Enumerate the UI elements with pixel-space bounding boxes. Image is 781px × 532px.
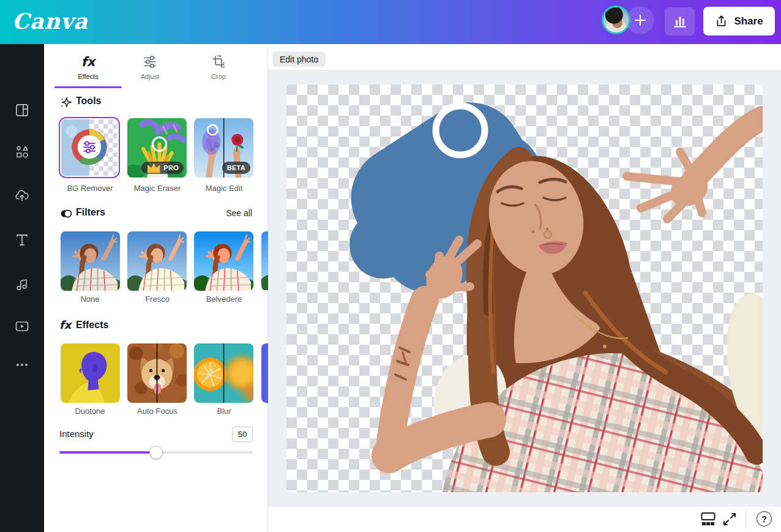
duotone-thumbnail: [61, 343, 120, 403]
expand-arrows-icon: [722, 512, 737, 526]
tool-magic-edit[interactable]: BETA: [194, 118, 253, 178]
question-mark-icon: ?: [761, 514, 767, 524]
share-button-label: Share: [734, 15, 763, 28]
tools-section-title: Tools: [76, 96, 101, 107]
white-ring-circle[interactable]: [436, 106, 485, 155]
intensity-label: Intensity: [59, 429, 94, 439]
cloud-upload-icon: [15, 189, 29, 203]
sparkle-tools-icon: [59, 96, 73, 109]
bar-chart-icon: [672, 13, 688, 29]
filter-fresco[interactable]: [127, 231, 187, 291]
effect-label-blur: Blur: [190, 406, 258, 416]
pages-view-button[interactable]: [701, 512, 716, 526]
fx-icon: fx: [81, 54, 95, 69]
photo-being-edited[interactable]: [286, 84, 763, 492]
tab-crop-label: Crop: [185, 73, 252, 80]
pro-badge: PRO: [141, 162, 184, 174]
more-dots-icon: [15, 358, 29, 372]
crown-icon: [146, 162, 161, 174]
sidebar-item-audio[interactable]: [15, 277, 29, 291]
effect-partial-thumbnail[interactable]: [261, 343, 268, 403]
filter-belvedere-thumbnail: [194, 231, 253, 291]
intensity-slider-fill: [59, 451, 156, 454]
sidebar-item-more[interactable]: [15, 358, 29, 372]
beta-badge: BETA: [222, 162, 250, 174]
sidebar-item-videos[interactable]: [15, 319, 29, 334]
tool-magic-eraser[interactable]: PRO: [127, 118, 187, 178]
filters-see-all-link[interactable]: See all: [226, 208, 252, 218]
object-panel-rail: [0, 44, 44, 532]
plus-icon: [633, 13, 648, 28]
elements-icon: [15, 144, 29, 159]
sidebar-item-uploads[interactable]: [15, 189, 29, 203]
filter-label-none: None: [56, 294, 124, 304]
text-icon: [15, 233, 29, 247]
tab-effects-label: Effects: [54, 73, 122, 80]
tool-label-magic-edit: Magic Edit: [190, 184, 258, 193]
sidebar-item-text[interactable]: [15, 233, 29, 247]
fx-effects-icon: fx: [59, 318, 74, 332]
share-button[interactable]: Share: [703, 7, 775, 36]
photo-composition: [286, 84, 763, 492]
effect-auto-focus[interactable]: [127, 343, 187, 403]
sidebar-item-design[interactable]: [15, 103, 29, 118]
edit-photo-breadcrumb[interactable]: Edit photo: [272, 51, 326, 67]
app-header: Canva Share: [0, 0, 781, 44]
intensity-slider-thumb[interactable]: [149, 446, 163, 459]
filters-icon: [59, 207, 73, 220]
canvas-bottom-bar: ?: [268, 506, 781, 532]
tool-label-bg-remover: BG Remover: [56, 184, 124, 193]
insights-button[interactable]: [665, 7, 695, 36]
effect-label-duotone: Duotone: [56, 406, 124, 416]
filter-belvedere[interactable]: [194, 231, 253, 291]
filters-section-title: Filters: [76, 207, 105, 218]
filter-none[interactable]: [61, 231, 120, 291]
share-upload-icon: [715, 15, 728, 28]
bg-remover-thumbnail: [61, 119, 118, 176]
filter-fresco-thumbnail: [127, 231, 187, 291]
bottom-bar-divider: [745, 511, 746, 528]
filter-label-fresco: Fresco: [124, 294, 191, 304]
effect-blur[interactable]: [194, 343, 253, 403]
effect-label-auto-focus: Auto Focus: [124, 406, 191, 416]
tab-effects[interactable]: fx Effects: [54, 53, 122, 80]
filter-label-belvedere: Belvedere: [190, 294, 258, 304]
user-avatar[interactable]: [602, 6, 630, 34]
tool-label-magic-eraser: Magic Eraser: [124, 184, 191, 193]
fullscreen-button[interactable]: [722, 512, 737, 526]
auto-focus-thumbnail: [127, 343, 187, 403]
crop-icon: [211, 54, 226, 70]
help-button[interactable]: ?: [757, 511, 772, 526]
sidebar-item-elements[interactable]: [15, 144, 29, 159]
editor-canvas-area: Edit photo: [268, 44, 781, 532]
effect-duotone[interactable]: [61, 343, 120, 403]
video-icon: [15, 319, 29, 334]
intensity-input[interactable]: 50: [232, 427, 253, 442]
active-tab-indicator: [54, 86, 122, 88]
design-icon: [15, 103, 29, 118]
music-note-icon: [15, 277, 29, 291]
tool-bg-remover[interactable]: [59, 117, 120, 178]
blur-thumbnail: [194, 343, 253, 403]
tab-crop[interactable]: Crop: [185, 53, 252, 80]
effects-section-title: Effects: [76, 320, 108, 331]
pages-view-icon: [701, 512, 716, 526]
canva-logo[interactable]: Canva: [12, 9, 88, 34]
adjust-sliders-icon: [142, 54, 158, 70]
work-area: [268, 70, 781, 506]
tab-adjust[interactable]: Adjust: [116, 53, 184, 80]
filter-partial-thumbnail[interactable]: [261, 231, 268, 291]
effects-panel: fx Effects Adjust Crop: [44, 44, 268, 532]
filter-none-thumbnail: [61, 231, 120, 291]
tab-adjust-label: Adjust: [116, 73, 184, 80]
